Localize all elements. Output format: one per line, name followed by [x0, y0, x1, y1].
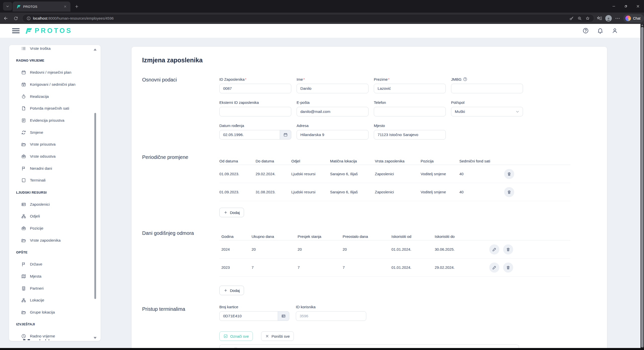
sidebar-item-potvrda-mjesecnih-sati[interactable]: Potvrda mjesečnih sati — [9, 102, 101, 114]
sidebar-item-korigovani-sedmicni-plan[interactable]: Korigovani / sedmični plan — [9, 78, 101, 91]
delete-row-button[interactable] — [504, 169, 514, 179]
sidebar-item-radno-vrijeme-report[interactable]: Radno vrijeme — [9, 330, 101, 341]
refresh-button[interactable] — [12, 14, 20, 23]
card-number-input[interactable] — [219, 311, 278, 321]
sidebar-item-zaposlenici[interactable]: Zaposlenici — [9, 198, 101, 210]
sidebar-item-vrste-troska[interactable]: Vrste troška — [9, 45, 101, 55]
sidebar-item-lokacije[interactable]: Lokacije — [9, 294, 101, 306]
flag-icon — [21, 166, 26, 171]
browser-profile-avatar[interactable] — [605, 15, 612, 22]
clear-all-button[interactable]: Poništi sve — [261, 331, 294, 341]
sidebar-scrollbar[interactable] — [94, 113, 96, 299]
restore-icon — [624, 4, 628, 8]
password-key-icon[interactable] — [569, 16, 574, 21]
stopwatch-icon — [21, 94, 26, 99]
copilot-chat-button[interactable]: Chat — [623, 14, 644, 23]
sidebar-scroll-down-arrow[interactable] — [94, 337, 97, 339]
sidebar-item-grupe-lokacija[interactable]: Grupe lokacija — [9, 306, 101, 318]
menu-toggle-button[interactable] — [12, 27, 20, 34]
sidebar-item-evidencija-prisustva[interactable]: Evidencija prisustva — [9, 114, 101, 126]
sidebar-item-terminali[interactable]: Terminali — [9, 174, 101, 187]
person-icon — [606, 17, 611, 22]
brand-name: PROTOS — [35, 27, 72, 35]
jmbg-input[interactable] — [451, 84, 523, 93]
edit-row-button[interactable] — [489, 262, 499, 273]
sidebar-item-vrste-prisustva[interactable]: Vrste prisustva — [9, 139, 101, 151]
help-button[interactable] — [582, 27, 590, 35]
help-icon — [582, 27, 589, 34]
window-minimize-button[interactable] — [608, 1, 620, 11]
page-scrollbar[interactable] — [640, 24, 644, 350]
user-id-input[interactable] — [296, 311, 366, 321]
browser-toolbar: localhost:8000/human-resources/employees… — [0, 13, 644, 24]
address-bar[interactable]: localhost:8000/human-resources/employees… — [22, 14, 594, 22]
sidebar-item-pozicije[interactable]: Pozicije — [9, 222, 101, 234]
terminal-search-input[interactable] — [220, 345, 519, 348]
sidebar-item-vrste-odsustva[interactable]: Vrste odsustva — [9, 150, 101, 162]
user-menu-button[interactable] — [611, 27, 619, 35]
gender-select[interactable]: Muški — [451, 107, 523, 116]
clipped-item-peek — [23, 339, 25, 340]
browser-menu-icon[interactable] — [615, 16, 620, 21]
employee-id-input[interactable] — [219, 84, 291, 93]
last-name-input[interactable] — [374, 84, 446, 93]
sidebar-item-drzave[interactable]: Države — [9, 258, 101, 270]
sidebar-item-smjene[interactable]: Smjene — [9, 126, 101, 139]
bookmark-star-icon[interactable] — [585, 16, 590, 21]
external-id-input[interactable] — [219, 107, 291, 116]
section-label-terminal: Pristup terminalima — [142, 306, 185, 312]
building-icon — [21, 286, 26, 291]
browser-tab-strip: PROTOS — [0, 0, 644, 13]
close-icon — [63, 5, 67, 8]
table-row: 01.09.2023. 29.02.2024. Ljudski resursi … — [219, 165, 570, 183]
sidebar-item-neradni-dani[interactable]: Neradni dani — [9, 162, 101, 174]
first-name-input[interactable] — [297, 84, 369, 93]
delete-row-button[interactable] — [503, 262, 513, 273]
chevron-down-icon — [6, 4, 10, 8]
phone-input[interactable] — [374, 107, 446, 116]
sidebar-item-partneri[interactable]: Partneri — [9, 282, 101, 294]
jmbg-help-icon[interactable] — [463, 77, 467, 81]
favorites-bar-icon[interactable] — [597, 16, 602, 21]
new-tab-button[interactable] — [73, 3, 80, 10]
date-picker-button[interactable] — [280, 130, 291, 140]
back-button[interactable] — [2, 14, 10, 23]
tab-close-button[interactable] — [62, 4, 68, 9]
window-restore-button[interactable] — [620, 1, 632, 11]
select-all-button[interactable]: Označi sve — [219, 331, 253, 341]
sidebar-item-realizacija[interactable]: Realizacija — [9, 91, 101, 103]
email-input[interactable] — [297, 107, 369, 116]
delete-row-button[interactable] — [504, 187, 514, 197]
add-vacation-button[interactable]: Dodaj — [219, 286, 244, 295]
sidebar-item-vrste-zaposlenika[interactable]: Vrste zaposlenika — [9, 234, 101, 246]
notifications-button[interactable] — [596, 27, 604, 35]
x-icon — [265, 334, 269, 338]
delete-row-button[interactable] — [503, 244, 513, 254]
edit-row-button[interactable] — [489, 244, 499, 254]
flag-icon — [21, 262, 26, 267]
site-info-icon[interactable] — [26, 16, 31, 21]
add-periodic-change-button[interactable]: Dodaj — [219, 208, 244, 217]
sidebar-item-redovni-mjesecni-plan[interactable]: Redovni / mjesečni plan — [9, 66, 101, 78]
zoom-search-icon[interactable] — [577, 16, 582, 21]
scrollbar-thumb[interactable] — [641, 27, 643, 347]
app-logo[interactable]: PROTOS — [24, 26, 72, 35]
birth-date-input[interactable] — [219, 130, 280, 140]
field-label: Telefon — [374, 100, 386, 105]
sidebar-section-izvjestaji: IZVJEŠTAJI — [9, 318, 101, 330]
card-scan-button[interactable] — [278, 311, 289, 321]
basic-data-form: ID Zaposlenika Ime Prezime JMBG — [219, 77, 529, 146]
address-input[interactable] — [297, 130, 369, 140]
sidebar-item-mjesta[interactable]: Mjesta — [9, 270, 101, 282]
check-square-icon — [223, 334, 228, 338]
window-close-button[interactable] — [632, 1, 644, 11]
sidebar-scroll-up-arrow[interactable] — [94, 49, 97, 51]
city-input[interactable] — [374, 130, 446, 140]
browser-tab[interactable]: PROTOS — [13, 2, 70, 12]
sidebar-item-odjeli[interactable]: Odjeli — [9, 210, 101, 223]
tab-search-button[interactable] — [3, 2, 12, 11]
copilot-icon — [625, 16, 631, 21]
plus-icon — [224, 210, 228, 214]
scrollbar-up-arrow[interactable] — [641, 24, 643, 26]
section-label-vacation: Dani godišnjeg odmora — [142, 230, 194, 236]
